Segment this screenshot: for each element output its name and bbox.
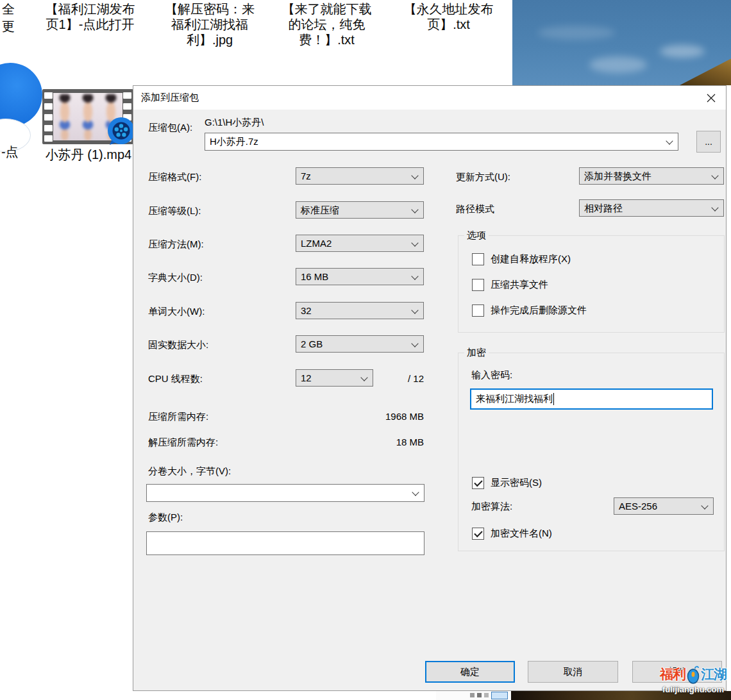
chevron-down-icon bbox=[711, 172, 718, 179]
volume-size-label: 分卷大小，字节(V): bbox=[148, 465, 231, 478]
encryption-method-value: AES-256 bbox=[619, 501, 657, 512]
archive-name-combobox[interactable]: H小苏丹.7z bbox=[205, 133, 678, 151]
watermark-domain: fulijianghu.com bbox=[655, 685, 731, 694]
word-size-value: 32 bbox=[301, 305, 312, 316]
shortcut-permanent-address-txt[interactable]: 【永久地址发布 页】.txt bbox=[396, 1, 501, 32]
memory-decompress-label: 解压缩所需内存: bbox=[148, 437, 218, 449]
cpu-threads-value: 12 bbox=[301, 372, 312, 383]
close-icon bbox=[707, 94, 716, 103]
text-caret bbox=[553, 393, 554, 405]
dictionary-value: 16 MB bbox=[301, 271, 328, 282]
background-photo-window bbox=[511, 0, 731, 85]
checkbox-encrypt-filenames[interactable]: 加密文件名(N) bbox=[472, 527, 552, 540]
level-label: 压缩等级(L): bbox=[148, 205, 201, 217]
checkbox-delete-after[interactable]: 操作完成后删除源文件 bbox=[472, 304, 587, 317]
level-value: 标准压缩 bbox=[301, 204, 339, 217]
checkbox-show-password[interactable]: 显示密码(S) bbox=[472, 476, 542, 489]
film-hole bbox=[44, 135, 53, 142]
archive-path: G:\1\H小苏丹\ bbox=[205, 117, 264, 129]
film-hole bbox=[123, 103, 131, 110]
checkbox-icon bbox=[472, 279, 484, 291]
encryption-group-title: 加密 bbox=[464, 347, 489, 359]
password-input[interactable]: 来福利江湖找福利 bbox=[470, 388, 713, 410]
dictionary-dropdown[interactable]: 16 MB bbox=[296, 268, 424, 285]
checkbox-icon bbox=[472, 253, 484, 265]
checkbox-compress-shared[interactable]: 压缩共享文件 bbox=[472, 278, 548, 291]
add-to-archive-dialog: 添加到压缩包 压缩包(A): G:\1\H小苏丹\ H小苏丹.7z ... 压缩… bbox=[133, 85, 727, 691]
film-hole bbox=[44, 114, 53, 121]
cpu-threads-dropdown[interactable]: 12 bbox=[296, 369, 373, 387]
film-hole bbox=[44, 103, 53, 110]
chevron-down-icon bbox=[411, 340, 418, 347]
encryption-method-dropdown[interactable]: AES-256 bbox=[614, 497, 714, 515]
checkbox-label: 操作完成后删除源文件 bbox=[491, 304, 587, 317]
partial-app-icon[interactable] bbox=[0, 63, 42, 127]
watermark-brand-left: 福利 bbox=[660, 665, 685, 683]
cpu-threads-label: CPU 线程数: bbox=[148, 373, 203, 385]
parameters-input[interactable] bbox=[146, 531, 424, 555]
update-mode-label: 更新方式(U): bbox=[456, 171, 510, 183]
solid-size-value: 2 GB bbox=[301, 338, 323, 349]
update-mode-dropdown[interactable]: 添加并替换文件 bbox=[579, 167, 724, 185]
path-mode-dropdown[interactable]: 相对路径 bbox=[579, 199, 724, 217]
chevron-down-icon bbox=[412, 488, 419, 496]
options-groupbox: 选项 创建自释放程序(X) 压缩共享文件 操作完成后删除源文件 bbox=[458, 235, 725, 333]
dictionary-label: 字典大小(D): bbox=[148, 272, 203, 284]
shortcut-fulijianghu-page1[interactable]: 【福利江湖发布 页1】-点此打开 bbox=[37, 1, 143, 32]
figure-blur bbox=[55, 94, 74, 140]
method-value: LZMA2 bbox=[301, 238, 332, 249]
encryption-method-label: 加密算法: bbox=[471, 501, 512, 513]
memory-compress-value: 1968 MB bbox=[296, 411, 424, 422]
password-value: 来福利江湖找福利 bbox=[476, 393, 553, 405]
close-button[interactable] bbox=[696, 86, 726, 110]
parameters-label: 参数(P): bbox=[148, 512, 183, 524]
film-hole bbox=[123, 92, 131, 99]
video-file-icon[interactable] bbox=[42, 89, 133, 144]
path-mode-value: 相对路径 bbox=[584, 203, 623, 215]
format-dropdown[interactable]: 7z bbox=[296, 167, 424, 185]
volume-size-combobox[interactable] bbox=[146, 484, 424, 502]
chevron-down-icon bbox=[411, 272, 418, 279]
cancel-button[interactable]: 取消 bbox=[528, 661, 618, 683]
chevron-down-icon bbox=[411, 172, 418, 179]
checkbox-label: 创建自释放程序(X) bbox=[491, 253, 571, 265]
chevron-down-icon bbox=[711, 204, 718, 211]
word-size-label: 单词大小(W): bbox=[148, 306, 205, 318]
cpu-threads-max: / 12 bbox=[377, 373, 424, 384]
checkbox-checked-icon bbox=[472, 528, 484, 540]
chevron-down-icon bbox=[411, 239, 418, 246]
media-player-badge-icon bbox=[106, 116, 136, 146]
checkbox-create-sfx[interactable]: 创建自释放程序(X) bbox=[472, 253, 571, 265]
method-dropdown[interactable]: LZMA2 bbox=[296, 235, 424, 252]
desktop-label-partial[interactable]: 全 更 bbox=[2, 1, 15, 35]
path-mode-label: 路径模式 bbox=[456, 203, 494, 215]
chevron-down-icon bbox=[360, 374, 367, 381]
ok-button[interactable]: 确定 bbox=[425, 661, 515, 683]
chevron-down-icon bbox=[666, 137, 673, 144]
archive-label: 压缩包(A): bbox=[148, 122, 192, 134]
computer-mouse-icon bbox=[686, 665, 700, 684]
chevron-down-icon bbox=[411, 206, 418, 213]
options-group-title: 选项 bbox=[464, 229, 489, 242]
dialog-titlebar: 添加到压缩包 bbox=[133, 86, 726, 110]
cloud bbox=[660, 45, 705, 58]
level-dropdown[interactable]: 标准压缩 bbox=[296, 201, 424, 219]
toolbar-icon bbox=[477, 693, 482, 697]
word-size-dropdown[interactable]: 32 bbox=[296, 302, 424, 319]
shortcut-unzip-password-jpg[interactable]: 【解压密码：来 福利江湖找福 利】.jpg bbox=[156, 1, 264, 47]
shortcut-free-forum-txt[interactable]: 【来了就能下载 的论坛，纯免 费！】.txt bbox=[277, 1, 376, 47]
password-label: 输入密码: bbox=[471, 369, 512, 381]
video-file-name[interactable]: 小苏丹 (1).mp4 bbox=[31, 146, 146, 163]
format-label: 压缩格式(F): bbox=[148, 171, 201, 183]
fulijianghu-watermark: 福利 江湖 fulijianghu.com bbox=[655, 665, 731, 694]
chevron-down-icon bbox=[701, 502, 708, 509]
toolbar-icon bbox=[484, 693, 489, 697]
browse-button[interactable]: ... bbox=[696, 131, 721, 153]
checkbox-icon bbox=[472, 304, 484, 317]
update-mode-value: 添加并替换文件 bbox=[584, 171, 651, 183]
checkbox-label: 加密文件名(N) bbox=[491, 528, 552, 540]
mountain bbox=[680, 56, 731, 85]
chevron-down-icon bbox=[411, 306, 418, 313]
dialog-title: 添加到压缩包 bbox=[141, 92, 199, 104]
solid-size-dropdown[interactable]: 2 GB bbox=[296, 335, 424, 353]
